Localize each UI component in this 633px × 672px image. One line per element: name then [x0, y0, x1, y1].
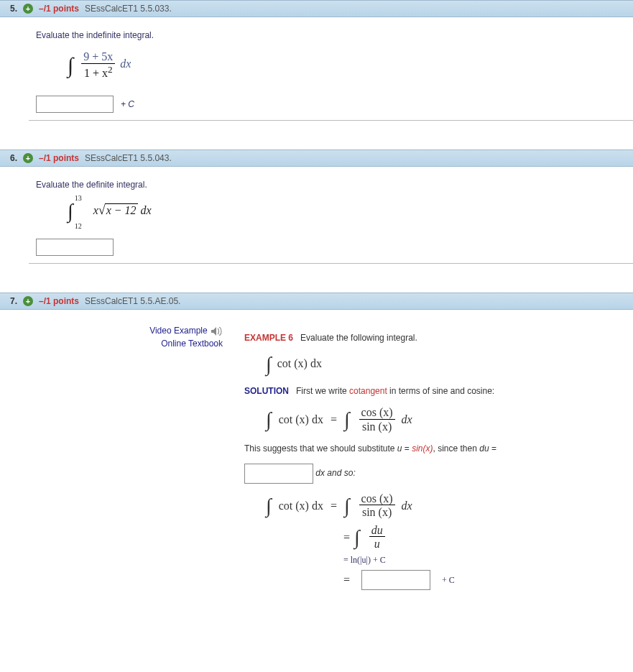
- example-layout: Video Example Online Textbook EXAMPLE 6 …: [36, 323, 626, 596]
- integral-sign-icon: ∫: [344, 408, 350, 431]
- question-body: Evaluate the indefinite integral. ∫ 9 + …: [29, 17, 633, 121]
- example-content: EXAMPLE 6 Evaluate the following integra…: [244, 323, 626, 596]
- integral-sign-icon: ∫: [68, 53, 73, 78]
- question-header: 6. + –/1 points SEssCalcET1 5.5.043.: [0, 149, 633, 167]
- example-label: EXAMPLE 6: [244, 333, 293, 343]
- dx: dx: [402, 413, 412, 426]
- question-number: 7.: [4, 296, 17, 306]
- radicand: x − 12: [105, 203, 138, 217]
- cot-dx: cot (x) dx: [279, 413, 323, 426]
- step-1: ∫ cot (x) dx = ∫ cos (x) sin (x) dx: [266, 492, 626, 520]
- upper-limit: 13: [75, 194, 82, 202]
- expand-icon[interactable]: +: [23, 153, 33, 163]
- integrand-x: x: [93, 204, 98, 216]
- solution-line-2: This suggests that we should substitute …: [244, 442, 626, 455]
- cot-rewrite: ∫ cot (x) dx = ∫ cos (x) sin (x) dx: [266, 406, 626, 433]
- expand-icon[interactable]: +: [23, 296, 33, 306]
- reference-label: SEssCalcET1 5.5.033.: [85, 4, 172, 14]
- step-2: = ∫ du u: [343, 524, 626, 551]
- expand-icon[interactable]: +: [23, 4, 33, 14]
- final-answer-input[interactable]: [361, 570, 430, 590]
- integral-sign-icon: ∫: [266, 353, 272, 376]
- question-header: 7. + –/1 points SEssCalcET1 5.5.AE.05.: [0, 293, 633, 310]
- fraction: 9 + 5x 1 + x2: [81, 50, 115, 80]
- integral-sign-icon: ∫: [68, 200, 73, 223]
- integral-sign-icon: ∫: [354, 526, 360, 549]
- step-3: = ln(|u|) + C: [343, 555, 626, 566]
- cos-over-sin: cos (x) sin (x): [359, 406, 395, 433]
- question-number: 5.: [4, 4, 17, 14]
- points-label: –/1 points: [39, 153, 79, 163]
- question-number: 6.: [4, 153, 17, 163]
- sinx-highlight: sin(x): [412, 443, 433, 454]
- video-example-link[interactable]: Video Example: [36, 326, 223, 336]
- solution-line-1: SOLUTION First we write cotangent in ter…: [244, 385, 626, 397]
- cot-dx: cot (x) dx: [277, 357, 322, 369]
- question-6: 6. + –/1 points SEssCalcET1 5.5.043. Eva…: [0, 149, 633, 264]
- dx: dx: [120, 57, 131, 70]
- question-prompt: Evaluate the definite integral.: [36, 180, 626, 190]
- question-prompt: Evaluate the indefinite integral.: [36, 30, 626, 40]
- example-integral: ∫ cot (x) dx: [266, 353, 626, 376]
- question-5: 5. + –/1 points SEssCalcET1 5.5.033. Eva…: [0, 0, 633, 121]
- reference-label: SEssCalcET1 5.5.043.: [85, 153, 172, 163]
- points-label: –/1 points: [39, 4, 79, 14]
- dx: dx: [138, 204, 152, 216]
- answer-row: + C: [36, 96, 626, 113]
- equals: =: [328, 413, 340, 426]
- solution-label: SOLUTION: [244, 386, 289, 396]
- answer-row: [36, 239, 626, 256]
- integral-sign-icon: ∫: [266, 408, 272, 431]
- question-7: 7. + –/1 points SEssCalcET1 5.5.AE.05. V…: [0, 293, 633, 603]
- du-answer-input[interactable]: [244, 464, 313, 484]
- points-label: –/1 points: [39, 296, 79, 306]
- lower-limit: 12: [75, 222, 82, 230]
- question-body: Video Example Online Textbook EXAMPLE 6 …: [29, 310, 633, 603]
- cotangent-highlight: cotangent: [349, 386, 387, 396]
- example-heading: EXAMPLE 6 Evaluate the following integra…: [244, 331, 626, 344]
- resource-links: Video Example Online Textbook: [36, 323, 223, 351]
- answer-input[interactable]: [36, 96, 114, 113]
- reference-label: SEssCalcET1 5.5.AE.05.: [85, 296, 180, 306]
- du-input-row: dx and so:: [244, 464, 626, 484]
- speaker-icon: [210, 326, 223, 336]
- plus-c-label: + C: [442, 575, 455, 586]
- sqrt: √x − 12: [98, 203, 138, 217]
- question-header: 5. + –/1 points SEssCalcET1 5.5.033.: [0, 0, 633, 17]
- numerator: 9 + 5x: [81, 50, 115, 64]
- question-body: Evaluate the definite integral. ∫1312 x√…: [29, 167, 633, 264]
- denominator: 1 + x2: [81, 64, 115, 80]
- online-textbook-link[interactable]: Online Textbook: [36, 339, 223, 349]
- example-prompt: Evaluate the following integral.: [300, 333, 417, 343]
- substitution-steps: ∫ cot (x) dx = ∫ cos (x) sin (x) dx = ∫: [266, 492, 626, 591]
- integral-sign-icon: ∫: [266, 494, 272, 517]
- plus-c-label: + C: [121, 99, 134, 109]
- answer-input[interactable]: [36, 239, 114, 256]
- integral-expression: ∫ 9 + 5x 1 + x2 dx: [68, 50, 626, 80]
- integral-sign-icon: ∫: [344, 494, 350, 517]
- step-4: = + C: [343, 570, 626, 590]
- integral-expression: ∫1312 x√x − 12 dx: [68, 200, 626, 223]
